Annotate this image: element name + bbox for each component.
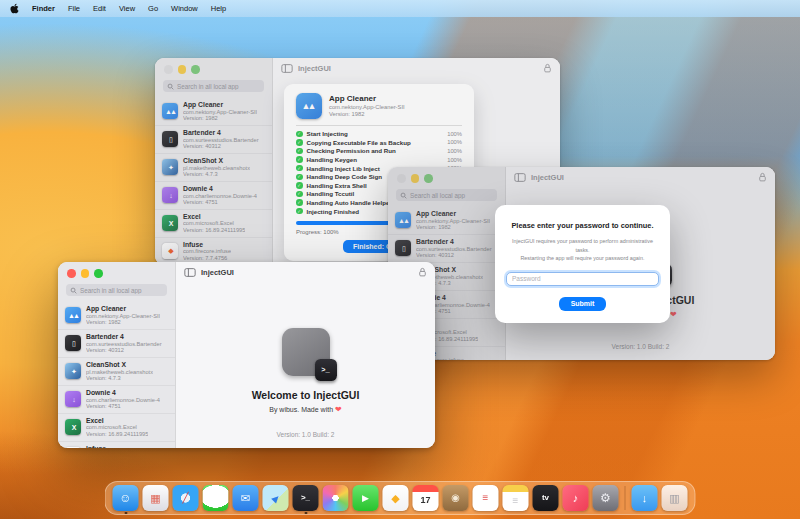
- app-cleaner-icon: ▲▲: [296, 93, 322, 119]
- search-input[interactable]: [410, 192, 493, 199]
- dock-item[interactable]: ▥: [661, 485, 689, 511]
- dock-item[interactable]: ▶: [352, 485, 380, 511]
- dock-item[interactable]: ↓: [631, 485, 659, 511]
- menu-item[interactable]: Go: [148, 4, 158, 13]
- zoom-button[interactable]: [424, 174, 433, 183]
- sidebar-app-row[interactable]: ✦ CleanShot X pl.maketheweb.cleanshotx V…: [58, 357, 175, 385]
- app-version: Version: 1982: [183, 115, 257, 122]
- lock-icon[interactable]: [758, 172, 767, 182]
- app-name: App Cleaner: [416, 210, 490, 218]
- sidebar: ▲▲ App Cleaner com.nektony.App-Cleaner-S…: [58, 262, 175, 448]
- minimize-button[interactable]: [411, 174, 420, 183]
- dock-item[interactable]: ◉: [442, 485, 470, 511]
- dock-item[interactable]: ⚙: [592, 485, 620, 511]
- sidebar-app-row[interactable]: ▲▲ App Cleaner com.nektony.App-Cleaner-S…: [58, 302, 175, 329]
- password-input[interactable]: [506, 272, 659, 286]
- app-icon: ✦: [162, 159, 178, 175]
- zoom-button[interactable]: [191, 65, 200, 74]
- search-field[interactable]: [396, 189, 497, 201]
- step-percent: 100%: [436, 148, 462, 154]
- dock-item[interactable]: ≡: [472, 485, 500, 511]
- dock-item[interactable]: ▦: [142, 485, 170, 511]
- card-app-meta: App Cleaner com.nektony.App-Cleaner-SII …: [329, 94, 405, 118]
- check-icon: [296, 199, 303, 206]
- minimize-button[interactable]: [81, 269, 90, 278]
- password-modal-line1: InjectGUI requires your password to perf…: [512, 238, 653, 253]
- menu-item[interactable]: Window: [171, 4, 198, 13]
- dock-item[interactable]: ♪: [562, 485, 590, 511]
- menu-item[interactable]: Help: [211, 4, 226, 13]
- password-modal: Please enter your password to continue. …: [495, 205, 670, 323]
- dock-item[interactable]: [202, 485, 230, 511]
- dock-item[interactable]: ✉: [232, 485, 260, 511]
- dock-app-glyph: tv: [542, 494, 549, 502]
- sidebar-app-row[interactable]: ▲▲ App Cleaner com.nektony.App-Cleaner-S…: [155, 98, 272, 125]
- minimize-button[interactable]: [178, 65, 187, 74]
- app-name: App Cleaner: [183, 101, 257, 109]
- close-button[interactable]: [397, 174, 406, 183]
- dock-app-glyph: >_: [301, 494, 310, 502]
- lock-icon[interactable]: [418, 267, 427, 277]
- dock-item[interactable]: ☺: [112, 485, 140, 511]
- app-icon-glyph: ▯: [72, 340, 74, 347]
- window-title: InjectGUI: [201, 268, 234, 277]
- dock-item[interactable]: ▶: [262, 485, 290, 511]
- app-version: Version: 4751: [86, 403, 160, 410]
- app-version: Version: 4751: [183, 199, 257, 206]
- card-app-version: Version: 1982: [329, 111, 405, 118]
- search-input[interactable]: [80, 287, 163, 294]
- sidebar-app-row[interactable]: ↓ Downie 4 com.charliemonroe.Downie-4 Ve…: [58, 385, 175, 413]
- dock-item[interactable]: 17: [412, 485, 440, 511]
- app-icon-glyph: ↓: [72, 396, 74, 403]
- dock-item[interactable]: tv: [532, 485, 560, 511]
- sidebar-toggle-icon[interactable]: [514, 173, 526, 182]
- sidebar-app-row[interactable]: X Excel com.microsoft.Excel Version: 16.…: [58, 413, 175, 441]
- password-modal-heading: Please enter your password to continue.: [506, 221, 659, 230]
- step-percent: 100%: [436, 139, 462, 145]
- menu-item[interactable]: Finder: [32, 4, 55, 13]
- dock-app-glyph: ≡: [483, 493, 489, 503]
- title-bar: InjectGUI: [273, 58, 560, 78]
- search-field[interactable]: [66, 284, 167, 296]
- terminal-icon: >_: [315, 359, 337, 381]
- search-input[interactable]: [177, 83, 260, 90]
- menu-item[interactable]: File: [68, 4, 80, 13]
- search-field[interactable]: [163, 80, 264, 92]
- menu-item[interactable]: Edit: [93, 4, 106, 13]
- sidebar-app-row[interactable]: ▯ Bartender 4 com.surteesstudios.Bartend…: [388, 234, 505, 262]
- sidebar-app-row[interactable]: X Excel com.microsoft.Excel Version: 16.…: [155, 209, 272, 237]
- app-name: Downie 4: [86, 389, 160, 397]
- window-title: InjectGUI: [298, 64, 331, 73]
- zoom-button[interactable]: [94, 269, 103, 278]
- sidebar-app-row[interactable]: ✦ CleanShot X pl.maketheweb.cleanshotx V…: [155, 153, 272, 181]
- submit-button[interactable]: Submit: [559, 297, 607, 311]
- app-version: Version: 40312: [86, 347, 162, 354]
- sidebar-toggle-icon[interactable]: [281, 64, 293, 73]
- dock-item[interactable]: >_: [292, 485, 320, 511]
- dock-item[interactable]: [322, 485, 350, 511]
- dock-item[interactable]: ╱: [172, 485, 200, 511]
- inject-step-row: Checking Permission and Run 100%: [296, 147, 462, 156]
- sidebar-app-row[interactable]: ▯ Bartender 4 com.surteesstudios.Bartend…: [58, 329, 175, 357]
- dock-app-icon: ≡: [503, 485, 529, 511]
- app-icon-glyph: ▲▲: [165, 108, 175, 115]
- sidebar-app-row[interactable]: ▲▲ App Cleaner com.nektony.App-Cleaner-S…: [388, 207, 505, 234]
- window-title: InjectGUI: [531, 173, 564, 182]
- menu-bar: FinderFileEditViewGoWindowHelp: [0, 0, 800, 17]
- sidebar-app-row[interactable]: ▯ Bartender 4 com.surteesstudios.Bartend…: [155, 125, 272, 153]
- step-label: Copying Executable File as Backup: [307, 139, 433, 146]
- app-icon: ◆: [162, 243, 178, 259]
- menu-item[interactable]: View: [119, 4, 135, 13]
- sidebar-app-row[interactable]: ◆ Infuse com.firecore.infuse Version: 7.…: [155, 237, 272, 265]
- apple-menu-icon[interactable]: [10, 3, 19, 14]
- close-button[interactable]: [67, 269, 76, 278]
- dock-item[interactable]: ≡: [502, 485, 530, 511]
- dock-app-icon: [203, 485, 229, 511]
- close-button[interactable]: [164, 65, 173, 74]
- sidebar-app-row[interactable]: ◆ Infuse com.firecore.infuse Version: 7.…: [58, 441, 175, 448]
- lock-icon[interactable]: [543, 63, 552, 73]
- dock-item[interactable]: ◆: [382, 485, 410, 511]
- sidebar-toggle-icon[interactable]: [184, 268, 196, 277]
- sidebar-app-row[interactable]: ↓ Downie 4 com.charliemonroe.Downie-4 Ve…: [155, 181, 272, 209]
- app-meta: App Cleaner com.nektony.App-Cleaner-SII …: [416, 210, 490, 231]
